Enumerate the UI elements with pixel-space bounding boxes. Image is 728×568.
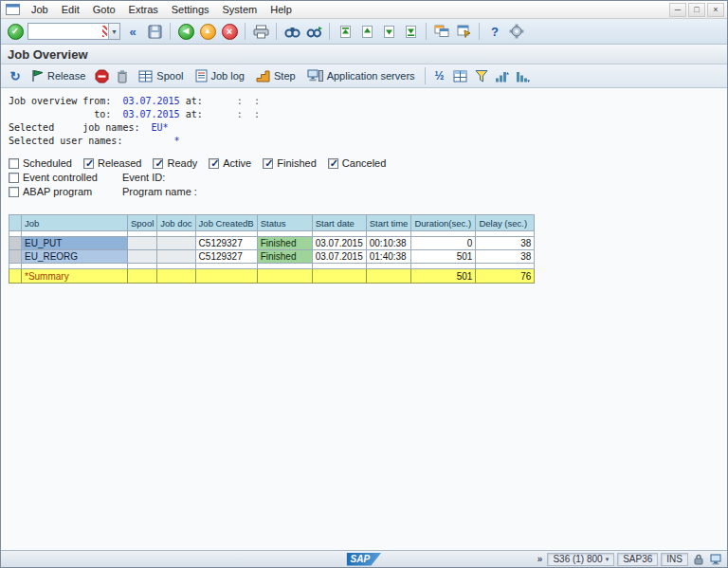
first-page-button[interactable] <box>336 22 355 41</box>
command-input[interactable] <box>31 27 102 37</box>
menu-goto[interactable]: Goto <box>86 3 122 16</box>
filter-funnel-icon <box>475 69 488 82</box>
close-button[interactable]: × <box>707 3 724 17</box>
cell-spool[interactable] <box>128 237 157 250</box>
sort-ascending-button[interactable] <box>493 66 512 85</box>
gear-icon <box>509 24 524 39</box>
filter-active[interactable]: Active <box>209 156 251 171</box>
col-header-job[interactable]: Job <box>22 215 128 231</box>
chevron-down-icon[interactable]: ▼ <box>108 24 119 39</box>
system-menu-icon[interactable] <box>6 4 21 16</box>
lock-icon <box>694 554 703 565</box>
menu-system[interactable]: System <box>216 3 264 16</box>
filter-scheduled[interactable]: Scheduled <box>9 156 72 171</box>
delete-job-button[interactable] <box>113 66 132 85</box>
minimize-button[interactable]: ─ <box>669 3 686 17</box>
enter-button[interactable]: ✓ <box>6 22 25 41</box>
col-header-createdby[interactable]: Job CreatedB <box>195 215 257 231</box>
question-mark-icon: ? <box>491 25 499 39</box>
maximize-button[interactable]: □ <box>688 3 705 17</box>
filter-abap-program[interactable]: ABAP program <box>9 185 122 199</box>
menu-extras[interactable]: Extras <box>122 3 165 16</box>
help-button[interactable]: ? <box>485 22 504 41</box>
response-time-button[interactable] <box>708 552 722 566</box>
find-next-button[interactable] <box>304 22 323 41</box>
last-page-button[interactable] <box>401 22 420 41</box>
checkbox-icon[interactable] <box>9 158 19 169</box>
find-button[interactable] <box>282 22 301 41</box>
col-header-status[interactable]: Status <box>257 215 312 231</box>
expand-status-icon[interactable]: » <box>536 554 545 564</box>
menu-settings[interactable]: Settings <box>165 3 216 16</box>
menu-help[interactable]: Help <box>264 3 299 16</box>
system-session-panel[interactable]: S36 (1) 800▾ <box>547 553 614 566</box>
filter-canceled[interactable]: Canceled <box>328 156 386 171</box>
filter-label: Event controlled <box>23 171 98 185</box>
table-row-eu-put: EU_PUT C5129327 Finished 03.07.2015 00:1… <box>9 237 535 250</box>
save-button[interactable] <box>145 22 164 41</box>
summary-duration: 501 <box>411 269 476 284</box>
col-header-spool[interactable]: Spool <box>128 215 157 231</box>
checkbox-icon[interactable] <box>9 187 19 197</box>
page-down-button[interactable] <box>379 22 398 41</box>
job-table: Job Spool Job doc Job CreatedB Status St… <box>9 214 535 284</box>
checkbox-icon[interactable] <box>9 173 19 183</box>
col-header-jobdoc[interactable]: Job doc <box>157 215 195 231</box>
application-servers-button[interactable]: Application servers <box>302 66 420 86</box>
status-filter-row: Scheduled Released Ready Active Finished… <box>9 156 727 171</box>
alv-grid-button[interactable] <box>451 66 470 85</box>
new-session-button[interactable] <box>432 22 451 41</box>
duration-display-button[interactable]: ½ <box>430 66 449 85</box>
exit-button[interactable]: ▲ <box>198 22 217 41</box>
cell-job-name[interactable]: EU_PUT <box>22 237 128 250</box>
stop-job-button[interactable] <box>92 66 111 85</box>
filter-event-controlled[interactable]: Event controlled <box>9 171 122 185</box>
col-header-startdate[interactable]: Start date <box>312 215 366 231</box>
page-up-button[interactable] <box>357 22 376 41</box>
filter-ready[interactable]: Ready <box>153 156 197 171</box>
sort-descending-button[interactable] <box>514 66 533 85</box>
cell-spool[interactable] <box>128 250 157 264</box>
insert-mode-panel[interactable]: INS <box>661 553 688 566</box>
customize-layout-button[interactable] <box>507 22 526 41</box>
print-button[interactable] <box>251 22 270 41</box>
row-selector[interactable] <box>9 250 22 264</box>
create-shortcut-button[interactable] <box>454 22 473 41</box>
filter-button[interactable] <box>472 66 491 85</box>
cancel-button[interactable]: × <box>220 22 239 41</box>
toolbar-separator <box>245 23 246 40</box>
checkbox-icon[interactable] <box>83 158 94 169</box>
work-area: Job overview from: 03.07.2015 at: : : to… <box>1 88 727 550</box>
toolbar-separator <box>276 23 277 40</box>
checkbox-icon[interactable] <box>209 158 219 169</box>
collapse-toolbar-button[interactable]: « <box>123 22 142 41</box>
toolbar-separator <box>425 67 426 84</box>
refresh-button[interactable]: ↻ <box>6 66 25 85</box>
checkbox-icon[interactable] <box>328 158 338 169</box>
chevron-down-icon: ▾ <box>606 556 610 563</box>
status-right-panels: » S36 (1) 800▾ SAP36 INS <box>536 552 722 566</box>
select-column-header[interactable] <box>9 215 22 231</box>
filter-released[interactable]: Released <box>83 156 141 171</box>
cell-job-name[interactable]: EU_REORG <box>22 250 128 264</box>
menu-edit[interactable]: Edit <box>55 3 86 16</box>
col-header-duration[interactable]: Duration(sec.) <box>411 215 476 231</box>
cell-job-doc[interactable] <box>157 237 195 250</box>
connection-secure-button[interactable] <box>691 552 705 566</box>
cell-job-doc[interactable] <box>157 250 195 264</box>
spool-button[interactable]: Spool <box>134 66 188 86</box>
checkbox-icon[interactable] <box>153 158 163 169</box>
back-button[interactable]: ◀ <box>176 22 195 41</box>
job-log-button[interactable]: Job log <box>191 66 249 86</box>
checkbox-icon[interactable] <box>263 158 273 169</box>
command-field[interactable]: ▼ <box>27 23 120 40</box>
menu-job[interactable]: Job <box>25 3 55 16</box>
step-button[interactable]: Step <box>251 66 300 86</box>
col-header-delay[interactable]: Delay (sec.) <box>476 215 535 231</box>
col-header-starttime[interactable]: Start time <box>366 215 411 231</box>
last-page-icon <box>405 25 417 39</box>
release-button[interactable]: Release <box>27 66 90 86</box>
table-grid-icon <box>453 70 467 82</box>
filter-finished[interactable]: Finished <box>263 156 317 171</box>
row-selector[interactable] <box>9 237 22 250</box>
